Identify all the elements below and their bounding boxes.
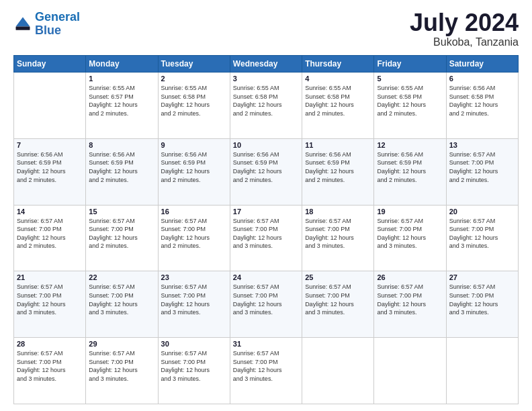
day-info: Sunrise: 6:55 AM Sunset: 6:58 PM Dayligh…: [305, 84, 371, 118]
day-info: Sunrise: 6:57 AM Sunset: 7:00 PM Dayligh…: [161, 217, 227, 250]
day-number: 7: [17, 141, 83, 149]
day-info: Sunrise: 6:57 AM Sunset: 7:00 PM Dayligh…: [17, 349, 83, 383]
calendar-cell: [446, 338, 518, 404]
calendar-cell: 17Sunrise: 6:57 AM Sunset: 7:00 PM Dayli…: [230, 205, 302, 271]
calendar-cell: 25Sunrise: 6:57 AM Sunset: 7:00 PM Dayli…: [302, 271, 374, 338]
day-info: Sunrise: 6:57 AM Sunset: 7:00 PM Dayligh…: [233, 349, 299, 383]
calendar-cell: [14, 73, 86, 139]
day-info: Sunrise: 6:57 AM Sunset: 7:00 PM Dayligh…: [449, 283, 515, 316]
calendar-cell: 26Sunrise: 6:57 AM Sunset: 7:00 PM Dayli…: [374, 271, 446, 338]
calendar-cell: 6Sunrise: 6:56 AM Sunset: 6:58 PM Daylig…: [446, 73, 518, 139]
calendar-cell: 19Sunrise: 6:57 AM Sunset: 7:00 PM Dayli…: [374, 205, 446, 271]
day-info: Sunrise: 6:56 AM Sunset: 6:59 PM Dayligh…: [377, 150, 443, 184]
logo-blue: Blue: [35, 24, 80, 38]
calendar-cell: 30Sunrise: 6:57 AM Sunset: 7:00 PM Dayli…: [158, 338, 230, 404]
day-number: 16: [161, 208, 227, 216]
day-header-sunday: Sunday: [14, 56, 86, 73]
day-info: Sunrise: 6:55 AM Sunset: 6:58 PM Dayligh…: [233, 84, 299, 118]
day-info: Sunrise: 6:56 AM Sunset: 6:59 PM Dayligh…: [233, 150, 299, 184]
main-title: July 2024: [410, 11, 519, 35]
week-row-1: 7Sunrise: 6:56 AM Sunset: 6:59 PM Daylig…: [14, 138, 519, 205]
day-number: 26: [377, 273, 443, 281]
svg-marker-0: [16, 17, 30, 26]
day-info: Sunrise: 6:57 AM Sunset: 7:00 PM Dayligh…: [233, 283, 299, 316]
header: General Blue July 2024 Bukoba, Tanzania: [13, 11, 519, 48]
day-number: 31: [233, 340, 299, 348]
day-number: 1: [89, 75, 154, 83]
day-number: 29: [89, 340, 154, 348]
day-info: Sunrise: 6:55 AM Sunset: 6:58 PM Dayligh…: [161, 84, 227, 118]
day-header-friday: Friday: [374, 56, 446, 73]
day-info: Sunrise: 6:57 AM Sunset: 7:00 PM Dayligh…: [449, 150, 515, 184]
day-info: Sunrise: 6:56 AM Sunset: 6:59 PM Dayligh…: [305, 150, 371, 184]
calendar-cell: 28Sunrise: 6:57 AM Sunset: 7:00 PM Dayli…: [14, 338, 86, 404]
calendar-cell: 7Sunrise: 6:56 AM Sunset: 6:59 PM Daylig…: [14, 138, 86, 205]
day-number: 25: [305, 273, 371, 281]
day-info: Sunrise: 6:57 AM Sunset: 7:00 PM Dayligh…: [449, 217, 515, 250]
day-header-tuesday: Tuesday: [158, 56, 230, 73]
logo-icon: [13, 15, 32, 34]
day-number: 18: [305, 208, 371, 216]
calendar-cell: 12Sunrise: 6:56 AM Sunset: 6:59 PM Dayli…: [374, 138, 446, 205]
logo: General Blue: [13, 11, 80, 38]
day-number: 20: [449, 208, 515, 216]
calendar-cell: 5Sunrise: 6:55 AM Sunset: 6:58 PM Daylig…: [374, 73, 446, 139]
day-info: Sunrise: 6:57 AM Sunset: 7:00 PM Dayligh…: [377, 283, 443, 316]
day-info: Sunrise: 6:56 AM Sunset: 6:59 PM Dayligh…: [161, 150, 227, 184]
day-info: Sunrise: 6:56 AM Sunset: 6:59 PM Dayligh…: [17, 150, 83, 184]
calendar-cell: 14Sunrise: 6:57 AM Sunset: 7:00 PM Dayli…: [14, 205, 86, 271]
calendar-table: SundayMondayTuesdayWednesdayThursdayFrid…: [13, 55, 519, 404]
day-header-wednesday: Wednesday: [230, 56, 302, 73]
day-number: 15: [89, 208, 154, 216]
day-number: 19: [377, 208, 443, 216]
day-info: Sunrise: 6:57 AM Sunset: 7:00 PM Dayligh…: [89, 283, 154, 316]
calendar-cell: 22Sunrise: 6:57 AM Sunset: 7:00 PM Dayli…: [86, 271, 158, 338]
day-info: Sunrise: 6:57 AM Sunset: 7:00 PM Dayligh…: [161, 349, 227, 383]
day-number: 21: [17, 273, 83, 281]
day-info: Sunrise: 6:55 AM Sunset: 6:58 PM Dayligh…: [377, 84, 443, 118]
calendar-cell: 4Sunrise: 6:55 AM Sunset: 6:58 PM Daylig…: [302, 73, 374, 139]
day-number: 23: [161, 273, 227, 281]
svg-rect-1: [16, 26, 30, 30]
day-number: 17: [233, 208, 299, 216]
calendar-cell: [374, 338, 446, 404]
day-number: 3: [233, 75, 299, 83]
day-header-thursday: Thursday: [302, 56, 374, 73]
calendar-cell: 13Sunrise: 6:57 AM Sunset: 7:00 PM Dayli…: [446, 138, 518, 205]
day-info: Sunrise: 6:57 AM Sunset: 7:00 PM Dayligh…: [305, 217, 371, 250]
calendar-cell: 27Sunrise: 6:57 AM Sunset: 7:00 PM Dayli…: [446, 271, 518, 338]
day-number: 13: [449, 141, 515, 149]
day-number: 12: [377, 141, 443, 149]
calendar-cell: 21Sunrise: 6:57 AM Sunset: 7:00 PM Dayli…: [14, 271, 86, 338]
calendar-cell: 31Sunrise: 6:57 AM Sunset: 7:00 PM Dayli…: [230, 338, 302, 404]
day-number: 27: [449, 273, 515, 281]
title-block: July 2024 Bukoba, Tanzania: [410, 11, 519, 48]
day-info: Sunrise: 6:57 AM Sunset: 7:00 PM Dayligh…: [89, 349, 154, 383]
calendar-cell: 20Sunrise: 6:57 AM Sunset: 7:00 PM Dayli…: [446, 205, 518, 271]
day-number: 14: [17, 208, 83, 216]
day-info: Sunrise: 6:57 AM Sunset: 7:00 PM Dayligh…: [17, 217, 83, 250]
week-row-4: 28Sunrise: 6:57 AM Sunset: 7:00 PM Dayli…: [14, 338, 519, 404]
day-number: 22: [89, 273, 154, 281]
calendar-cell: 15Sunrise: 6:57 AM Sunset: 7:00 PM Dayli…: [86, 205, 158, 271]
day-number: 11: [305, 141, 371, 149]
week-row-0: 1Sunrise: 6:55 AM Sunset: 6:57 PM Daylig…: [14, 73, 519, 139]
day-info: Sunrise: 6:57 AM Sunset: 7:00 PM Dayligh…: [233, 217, 299, 250]
day-number: 28: [17, 340, 83, 348]
day-header-saturday: Saturday: [446, 56, 518, 73]
day-number: 9: [161, 141, 227, 149]
day-number: 30: [161, 340, 227, 348]
day-info: Sunrise: 6:57 AM Sunset: 7:00 PM Dayligh…: [377, 217, 443, 250]
calendar-cell: 11Sunrise: 6:56 AM Sunset: 6:59 PM Dayli…: [302, 138, 374, 205]
calendar-cell: 29Sunrise: 6:57 AM Sunset: 7:00 PM Dayli…: [86, 338, 158, 404]
day-number: 10: [233, 141, 299, 149]
week-row-3: 21Sunrise: 6:57 AM Sunset: 7:00 PM Dayli…: [14, 271, 519, 338]
calendar-cell: 3Sunrise: 6:55 AM Sunset: 6:58 PM Daylig…: [230, 73, 302, 139]
calendar-cell: 24Sunrise: 6:57 AM Sunset: 7:00 PM Dayli…: [230, 271, 302, 338]
day-info: Sunrise: 6:55 AM Sunset: 6:57 PM Dayligh…: [89, 84, 154, 118]
day-number: 8: [89, 141, 154, 149]
logo-text: General Blue: [35, 11, 80, 38]
day-info: Sunrise: 6:57 AM Sunset: 7:00 PM Dayligh…: [17, 283, 83, 316]
day-info: Sunrise: 6:57 AM Sunset: 7:00 PM Dayligh…: [161, 283, 227, 316]
day-number: 5: [377, 75, 443, 83]
